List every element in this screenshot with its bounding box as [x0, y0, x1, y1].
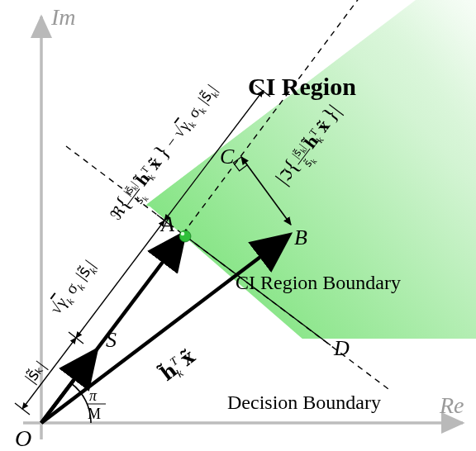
- label-sk: |s̃ₖ|: [21, 358, 50, 387]
- axis-label-im: Im: [50, 4, 76, 30]
- origin-label: O: [15, 425, 31, 451]
- decision-boundary-label: Decision Boundary: [227, 392, 381, 413]
- svg-text:√γk σk |s̃k|: √γk σk |s̃k|: [46, 256, 102, 320]
- label-S: S: [106, 328, 117, 352]
- point-A-marker: [179, 230, 191, 242]
- label-hx: h̃Tk x̃: [155, 344, 202, 390]
- svg-text:h̃Tk
      x̃: h̃Tk x̃: [155, 344, 202, 390]
- svg-text:|s̃ₖ|: |s̃ₖ|: [21, 358, 50, 387]
- label-B: B: [294, 226, 307, 249]
- label-C: C: [220, 145, 235, 169]
- svg-line-14: [69, 332, 83, 344]
- ci-boundary-label: CI Region Boundary: [236, 272, 401, 293]
- label-sqrt-term: √γk σk |s̃k|: [46, 256, 102, 320]
- svg-text:M: M: [88, 406, 101, 422]
- svg-text:π: π: [89, 387, 98, 404]
- label-A: A: [159, 212, 174, 236]
- diagram-canvas: Im Re O: [0, 0, 476, 451]
- angle-label: π M: [87, 387, 106, 422]
- label-D: D: [333, 336, 350, 360]
- point-A-highlight: [181, 232, 185, 236]
- ci-region-title: CI Region: [248, 73, 356, 100]
- svg-line-13: [15, 403, 30, 415]
